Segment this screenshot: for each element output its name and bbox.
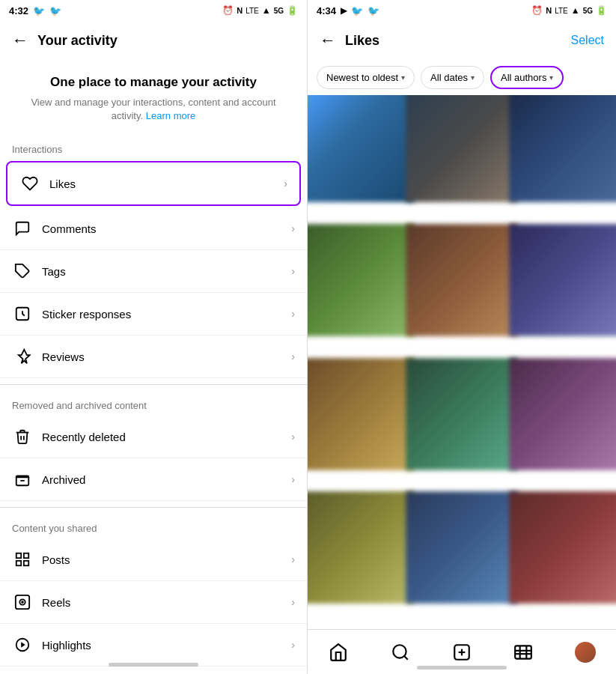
- sticker-responses-label: Sticker responses: [42, 308, 291, 321]
- photo-cell-6[interactable]: [509, 224, 616, 336]
- reels-chevron: ›: [291, 596, 295, 608]
- comments-chevron: ›: [291, 222, 295, 234]
- menu-item-highlights[interactable]: Highlights ›: [0, 624, 307, 667]
- alarm-icon-r: ⏰: [531, 5, 543, 16]
- sort-filter[interactable]: Newest to oldest ▾: [317, 66, 415, 89]
- twitter-icon-r2: 🐦: [368, 5, 379, 16]
- photo-cell-5[interactable]: [406, 224, 518, 336]
- profile-nav-button[interactable]: [570, 637, 600, 667]
- n-icon: N: [237, 6, 243, 15]
- svg-point-9: [22, 601, 23, 603]
- archived-chevron: ›: [291, 473, 295, 485]
- menu-item-likes[interactable]: Likes ›: [6, 161, 301, 206]
- archived-label: Archived: [42, 473, 291, 486]
- hero-subtitle: View and manage your interactions, conte…: [18, 96, 289, 123]
- lte-icon: LTE: [246, 7, 259, 15]
- create-nav-button[interactable]: [447, 637, 477, 667]
- select-button[interactable]: Select: [571, 34, 604, 47]
- home-nav-button[interactable]: [323, 637, 353, 667]
- battery-icon-r: 🔋: [596, 5, 607, 16]
- photo-cell-4[interactable]: [308, 224, 415, 336]
- twitter-icon-1: 🐦: [33, 5, 45, 16]
- svg-point-12: [393, 645, 406, 658]
- photo-cell-12[interactable]: [509, 491, 616, 604]
- menu-item-sticker-responses[interactable]: Sticker responses ›: [0, 293, 307, 336]
- menu-item-archived[interactable]: Archived ›: [0, 458, 307, 501]
- left-page-title: Your activity: [37, 33, 118, 49]
- reviews-chevron: ›: [291, 350, 295, 362]
- archive-icon: [12, 469, 33, 490]
- menu-item-reviews[interactable]: Reviews ›: [0, 336, 307, 378]
- comment-icon: [12, 218, 33, 239]
- dates-filter-label: All dates: [430, 72, 468, 83]
- right-back-button[interactable]: ←: [320, 31, 336, 50]
- photo-cell-9[interactable]: [509, 358, 616, 470]
- left-clock: 4:32: [9, 5, 28, 16]
- photo-grid: [308, 95, 616, 629]
- svg-rect-6: [24, 561, 28, 565]
- lte-icon-r: LTE: [555, 7, 568, 15]
- 5g-icon-r: 5G: [583, 7, 593, 15]
- recently-deleted-chevron: ›: [291, 431, 295, 443]
- sort-filter-arrow: ▾: [401, 73, 405, 82]
- twitter-icon-2: 🐦: [49, 5, 61, 16]
- filter-bar: Newest to oldest ▾ All dates ▾ All autho…: [308, 60, 616, 95]
- svg-line-13: [404, 656, 408, 660]
- reels-nav-button[interactable]: [508, 637, 538, 667]
- menu-item-recently-deleted[interactable]: Recently deleted ›: [0, 416, 307, 458]
- photo-cell-1[interactable]: [308, 95, 415, 202]
- twitter-icon-r1: 🐦: [351, 5, 363, 16]
- posts-label: Posts: [42, 553, 291, 566]
- recently-deleted-label: Recently deleted: [42, 431, 291, 443]
- highlights-chevron: ›: [291, 639, 295, 651]
- left-panel: 4:32 🐦 🐦 ⏰ N LTE ▲ 5G 🔋 ← Your activity …: [0, 0, 308, 674]
- right-clock: 4:34: [317, 5, 336, 16]
- photo-cell-7[interactable]: [308, 358, 415, 470]
- right-top-nav: ← Likes Select: [308, 21, 616, 60]
- menu-item-tags[interactable]: Tags ›: [0, 250, 307, 293]
- menu-item-posts[interactable]: Posts ›: [0, 538, 307, 581]
- svg-marker-11: [21, 643, 25, 648]
- alarm-icon: ⏰: [222, 5, 234, 16]
- reels-icon: [12, 592, 33, 613]
- search-nav-button[interactable]: [385, 637, 415, 667]
- photo-cell-11[interactable]: [406, 491, 518, 604]
- likes-chevron: ›: [284, 177, 287, 189]
- battery-icon: 🔋: [287, 5, 298, 16]
- right-time: 4:34 ▶ 🐦 🐦: [317, 5, 379, 16]
- removed-archived-label: Removed and archived content: [0, 391, 307, 416]
- authors-filter-label: All authors: [501, 72, 546, 83]
- dates-filter[interactable]: All dates ▾: [421, 66, 484, 89]
- youtube-icon: ▶: [341, 6, 347, 16]
- sticker-icon: [12, 303, 33, 324]
- posts-chevron: ›: [291, 553, 295, 565]
- svg-rect-17: [516, 646, 532, 658]
- signal-icon: ▲: [262, 5, 271, 16]
- likes-label: Likes: [49, 177, 284, 190]
- interactions-label: Interactions: [0, 135, 307, 160]
- sort-filter-label: Newest to oldest: [326, 72, 398, 83]
- tags-label: Tags: [42, 265, 291, 278]
- menu-item-reels[interactable]: Reels ›: [0, 581, 307, 624]
- photo-cell-2[interactable]: [406, 95, 518, 202]
- left-back-button[interactable]: ←: [12, 31, 28, 50]
- menu-item-comments[interactable]: Comments ›: [0, 207, 307, 250]
- profile-avatar: [575, 642, 596, 663]
- left-status-bar: 4:32 🐦 🐦 ⏰ N LTE ▲ 5G 🔋: [0, 0, 307, 21]
- photo-cell-3[interactable]: [509, 95, 616, 202]
- comments-label: Comments: [42, 222, 291, 235]
- photo-cell-8[interactable]: [406, 358, 518, 470]
- n-icon-r: N: [546, 6, 552, 15]
- learn-more-link[interactable]: Learn more: [146, 110, 195, 121]
- left-home-indicator: [109, 663, 198, 667]
- right-status-bar: 4:34 ▶ 🐦 🐦 ⏰ N LTE ▲ 5G 🔋: [308, 0, 616, 21]
- highlights-label: Highlights: [42, 639, 291, 652]
- authors-filter[interactable]: All authors ▾: [490, 66, 564, 89]
- signal-icon-r: ▲: [571, 5, 580, 16]
- sticker-responses-chevron: ›: [291, 308, 295, 320]
- heart-icon: [19, 173, 40, 194]
- reels-label: Reels: [42, 596, 291, 609]
- left-time: 4:32 🐦 🐦: [9, 5, 61, 16]
- photo-cell-10[interactable]: [308, 491, 415, 604]
- content-shared-label: Content you shared: [0, 514, 307, 538]
